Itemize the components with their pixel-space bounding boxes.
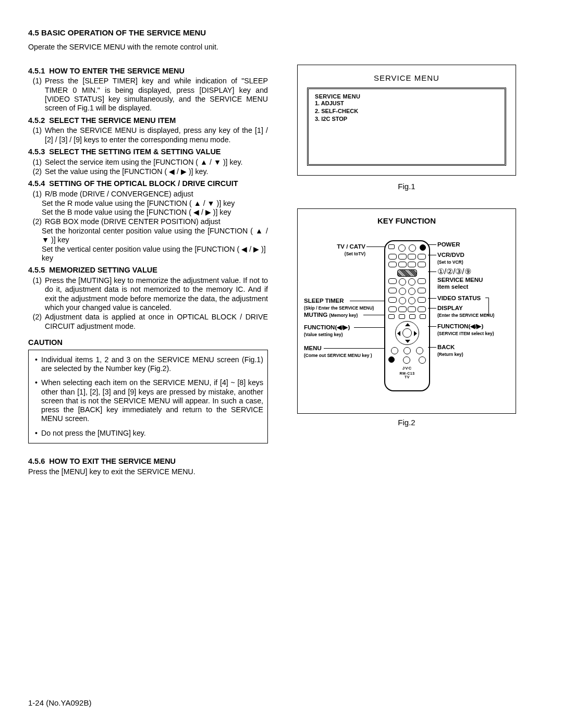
bullet-icon: • <box>35 378 41 424</box>
list-number: (2) <box>28 167 45 176</box>
kf-function-right: FUNCTION(◀/▶)(SERVICE ITEM select key) <box>437 323 494 336</box>
kf-vcrdvd: VCR/DVD(Set to VCR) <box>437 252 464 265</box>
bullet-icon: • <box>35 355 41 374</box>
fig2-caption: Fig.2 <box>282 418 532 427</box>
kf-function-left: FUNCTION(◀/▶)(Value setting key) <box>304 324 382 337</box>
sub-heading-455: 4.5.5 MEMORIZED SETTING VALUE <box>28 266 268 275</box>
fig1-menu-title: SERVICE MENU <box>315 93 498 100</box>
caution-box: •Individual items 1, 2 and 3 on the SERV… <box>28 350 268 444</box>
fig1-menu-line: 1. ADJUST <box>315 100 498 107</box>
sub-text: Set the B mode value using the [FUNCTION… <box>28 208 268 217</box>
fig2-title: KEY FUNCTION <box>303 216 510 225</box>
list-number: (1) <box>28 158 45 167</box>
kf-sleeptimer: SLEEP TIMER(Skip / Enter the SERVICE MEN… <box>304 298 382 311</box>
kf-power: POWER <box>437 241 460 248</box>
fig1-menu-line: 2. SELF-CHECK <box>315 107 498 115</box>
list-number: (1) <box>28 276 45 312</box>
caution-text: Individual items 1, 2 and 3 on the SERVI… <box>41 355 263 374</box>
sub-heading-454: 4.5.4 SETTING OF THE OPTICAL BLOCK / DRI… <box>28 179 268 189</box>
caution-text: Do not press the [MUTING] key. <box>41 429 263 438</box>
list-text: Adjustment data is applied at once in OP… <box>45 313 268 331</box>
kf-tvcatv: TV / CATV(Set toTV) <box>304 243 365 256</box>
brand-label: JVC <box>388 366 426 371</box>
sub-text: Set the R mode value using the [FUNCTION… <box>28 199 268 208</box>
intro-text: Operate the SERVICE MENU with the remote… <box>28 43 268 52</box>
list-text: Select the service item using the [FUNCT… <box>45 158 268 167</box>
kf-video-status: VIDEO STATUS <box>437 295 481 302</box>
bullet-icon: • <box>35 429 41 438</box>
list-number: (2) <box>28 313 45 331</box>
kf-display: DISPLAY(Enter the SERVICE MENU) <box>437 305 494 318</box>
list-number: (1) <box>28 77 45 113</box>
list-text: R/B mode (DRIVE / CONVERGENCE) adjust <box>45 190 268 199</box>
list-text: Press the [SLEEP TIMER] key and while in… <box>45 77 268 113</box>
remote-control-icon: JVC RM-C13TV <box>384 240 430 391</box>
right-column: SERVICE MENU SERVICE MENU 1. ADJUST 2. S… <box>282 28 532 479</box>
brand-sub: RM-C13TV <box>388 372 426 379</box>
fig1-caption: Fig.1 <box>282 182 532 191</box>
kf-back: BACK(Return key) <box>437 344 463 357</box>
figure-1: SERVICE MENU SERVICE MENU 1. ADJUST 2. S… <box>297 65 516 176</box>
fig1-box-title: SERVICE MENU <box>307 73 506 82</box>
list-number: (2) <box>28 217 45 226</box>
sub-text: Set the vertical center position value u… <box>28 245 268 263</box>
kf-service-menu-select: SERVICE MENUitem select <box>437 277 483 290</box>
caution-heading: CAUTION <box>28 338 268 348</box>
list-text: Set the value using the [FUNCTION ( ◀ / … <box>45 167 268 176</box>
section-heading: 4.5 BASIC OPERATION OF THE SERVICE MENU <box>28 28 268 38</box>
list-number: (1) <box>28 126 45 144</box>
fig1-menu-line: 3. I2C STOP <box>315 115 498 123</box>
page: 4.5 BASIC OPERATION OF THE SERVICE MENU … <box>0 0 563 728</box>
sub-heading-451: 4.5.1 HOW TO ENTER THE SERVICE MENU <box>28 67 268 76</box>
caution-text: When selecting each item on the SERVICE … <box>41 378 263 424</box>
kf-menu: MENU(Come out SERVICE MENU key ) <box>304 345 382 358</box>
fig1-screen: SERVICE MENU 1. ADJUST 2. SELF-CHECK 3. … <box>307 88 506 166</box>
left-column: 4.5 BASIC OPERATION OF THE SERVICE MENU … <box>28 28 268 479</box>
kf-numbers: ①/②/③/⑨ <box>437 267 471 276</box>
list-text: Press the [MUTING] key to memorize the a… <box>45 276 268 312</box>
sub-heading-452: 4.5.2 SELECT THE SERVICE MENU ITEM <box>28 116 268 126</box>
list-number: (1) <box>28 190 45 199</box>
sub-heading-456: 4.5.6 HOW TO EXIT THE SERVICE MENU <box>28 457 268 466</box>
sub-heading-453: 4.5.3 SELECT THE SETTING ITEM & SETTING … <box>28 147 268 157</box>
page-footer: 1-24 (No.YA092B) <box>28 698 91 707</box>
sub-text: Set the horizontal center position value… <box>28 227 268 245</box>
list-text: RGB BOX mode (DRIVE CENTER POSITION) adj… <box>45 217 268 226</box>
list-text: When the SERVICE MENU is displayed, pres… <box>45 126 268 144</box>
section-text: Press the [MENU] key to exit the SERVICE… <box>28 467 268 476</box>
figure-2: KEY FUNCTION JVC RM-C13TV <box>297 208 516 414</box>
